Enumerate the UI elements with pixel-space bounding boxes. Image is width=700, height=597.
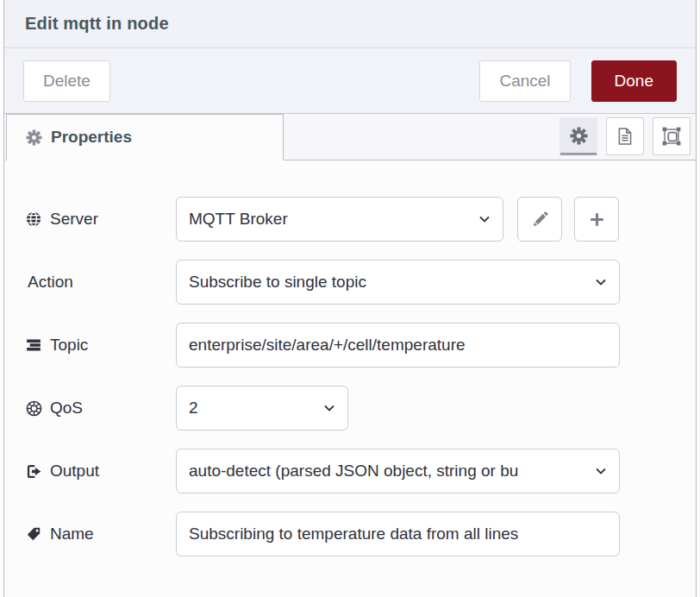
edit-node-tray: Edit mqtt in node Delete Cancel Done xyxy=(4,0,696,597)
server-select[interactable]: MQTT Broker xyxy=(176,197,503,242)
sign-out-icon xyxy=(25,463,42,480)
plus-icon xyxy=(589,211,605,228)
form-row-action: Action Subscribe to single topic xyxy=(25,260,696,305)
tasks-icon xyxy=(25,337,42,353)
name-label: Name xyxy=(25,525,176,544)
name-input[interactable] xyxy=(176,512,620,556)
edit-server-button[interactable] xyxy=(517,197,562,242)
form-row-output: Output auto-detect (parsed JSON object, … xyxy=(25,449,696,493)
chevron-down-icon xyxy=(594,275,608,289)
dialog-header: Edit mqtt in node xyxy=(4,0,696,48)
cancel-button[interactable]: Cancel xyxy=(479,60,570,102)
gear-icon xyxy=(570,127,588,145)
action-label: Action xyxy=(25,273,176,292)
toolbar-right-group: Cancel Done xyxy=(479,60,677,102)
workspace-edge-right xyxy=(696,0,700,597)
qos-label: QoS xyxy=(25,399,176,418)
pencil-icon xyxy=(532,211,548,228)
form-row-qos: QoS 2 xyxy=(25,386,696,430)
globe-icon xyxy=(25,211,42,227)
form-row-server: Server MQTT Broker xyxy=(25,197,696,242)
output-label: Output xyxy=(25,462,176,481)
properties-form: Server MQTT Broker xyxy=(4,160,696,597)
chevron-down-icon xyxy=(594,464,608,478)
done-button[interactable]: Done xyxy=(591,60,677,102)
editor-tab-bar: Properties xyxy=(4,114,696,160)
topic-label: Topic xyxy=(25,336,176,355)
appearance-badge-icon xyxy=(661,126,682,147)
delete-button[interactable]: Delete xyxy=(23,60,110,102)
node-red-editor: Edit mqtt in node Delete Cancel Done xyxy=(0,0,700,597)
properties-gear-tab-button[interactable] xyxy=(559,117,597,155)
appearance-tab-button[interactable] xyxy=(653,117,691,155)
tab-properties[interactable]: Properties xyxy=(6,114,284,160)
form-row-name: Name xyxy=(25,512,696,556)
empire-icon xyxy=(25,400,42,417)
page-title: Edit mqtt in node xyxy=(25,14,169,34)
chevron-down-icon xyxy=(322,401,336,415)
tag-icon xyxy=(25,526,42,542)
topic-input[interactable] xyxy=(176,323,620,368)
gear-icon xyxy=(26,129,42,146)
action-select[interactable]: Subscribe to single topic xyxy=(176,260,620,305)
document-icon xyxy=(616,127,634,146)
form-row-topic: Topic xyxy=(25,323,696,368)
description-tab-button[interactable] xyxy=(606,117,644,155)
chevron-down-icon xyxy=(478,212,491,226)
tab-properties-label: Properties xyxy=(51,128,132,147)
tab-tools xyxy=(559,117,696,155)
dialog-toolbar: Delete Cancel Done xyxy=(4,48,696,114)
qos-select[interactable]: 2 xyxy=(176,386,348,430)
server-label: Server xyxy=(25,210,176,229)
output-select[interactable]: auto-detect (parsed JSON object, string … xyxy=(176,449,620,493)
add-server-button[interactable] xyxy=(574,197,619,242)
